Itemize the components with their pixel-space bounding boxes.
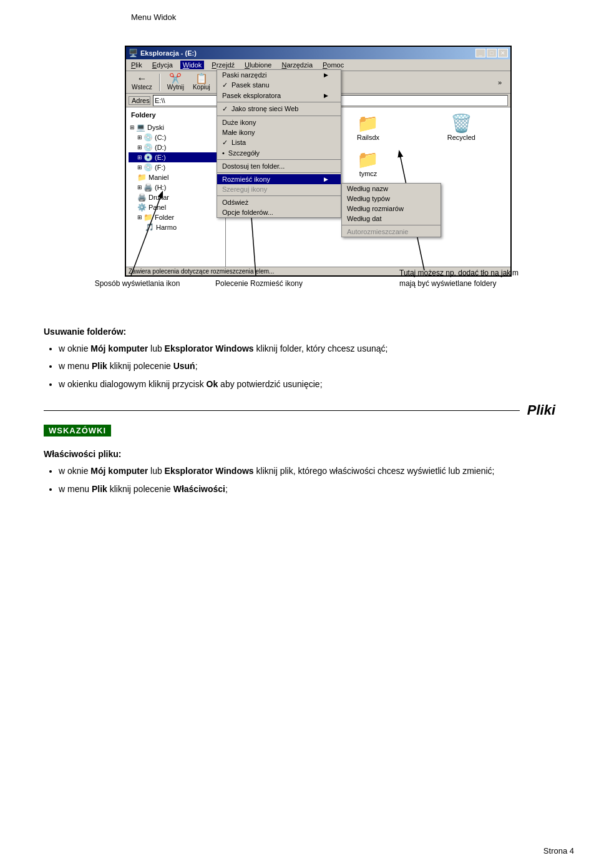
submenu-typy[interactable]: Według typów [342,194,441,204]
menu-narzedzia[interactable]: Narzędzia [279,61,315,69]
caption-polecenie: Polecenie Rozmieść ikony [212,279,306,289]
caption-sposob: Sposób wyświetlania ikon [94,279,181,289]
minimize-button[interactable]: _ [475,49,485,57]
submenu-autorozmieszczanie: Autorozmieszczanie [342,227,441,237]
menu-ulubione[interactable]: Ulubione [242,61,274,69]
bottom-content: Usuwanie folderów: w oknie Mój komputer … [25,327,574,496]
folders-bullet-3: w okienku dialogowym kliknij przycisk Ok… [59,377,555,391]
tree-item[interactable]: 🎵Harmo [129,222,223,232]
submenu-rozmiary[interactable]: Według rozmiarów [342,204,441,214]
toolbar-sep-1 [159,74,160,91]
files-list: w oknie Mój komputer lub Eksplorator Win… [44,464,555,496]
menu-widok[interactable]: Widok [180,61,205,69]
widok-dropdown: Paski narzędzi▶ ✓Pasek stanu Pasek ekspl… [217,69,341,218]
tree-item[interactable]: ⊞📁Folder [129,212,223,222]
caption-tutaj: Tutaj możesz np. dodać tło na jakim mają… [399,268,524,289]
menu-przejdz[interactable]: Przejdź [209,61,237,69]
menu-opcje-folderow[interactable]: Opcje folderów... [217,207,341,217]
menu-szereguj-ikony[interactable]: Szereguj ikony [217,184,341,194]
tree-item[interactable]: ⊞💿(D:) [129,142,223,152]
folders-list: w oknie Mój komputer lub Eksplorator Win… [44,342,555,391]
menu-plik[interactable]: Plik [129,61,145,69]
tree-item[interactable]: ⊞💻Dyski [129,122,223,132]
tree-item[interactable]: ⊞💿(C:) [129,132,223,142]
files-bullet-2: w menu Plik kliknij polecenie Właściwośc… [59,482,555,496]
page-number: Strona 4 [543,846,574,856]
menu-male-ikony[interactable]: Małe ikony [217,127,341,137]
window-titlebar: 🖥️ Eksploracja - (E:) _ □ ✕ [126,47,510,59]
tree-item[interactable]: ⊞🖨️(H:) [129,182,223,192]
menu-pomoc[interactable]: Pomoc [320,61,346,69]
menu-szczegoly[interactable]: •Szczegóły [217,148,341,158]
folders-bullet-1: w oknie Mój komputer lub Eksplorator Win… [59,342,555,355]
pliki-divider-row: Pliki [44,402,555,418]
tree-item[interactable]: ⊞💿(F:) [129,162,223,172]
file-item-recycled[interactable]: 🗑️Recycled [417,112,505,144]
folders-section: Usuwanie folderów: w oknie Mój komputer … [44,327,555,391]
folder-tree-title: Foldery [129,110,223,120]
cut-button[interactable]: ✂️ Wytnij [164,72,187,92]
menu-duze-ikony[interactable]: Duże ikony [217,117,341,127]
menu-dostosuj[interactable]: Dostosuj ten folder... [217,161,341,171]
divider-line [44,410,520,411]
menu-jako-strone[interactable]: ✓Jako stronę sieci Web [217,104,341,114]
maximize-button[interactable]: □ [487,49,497,57]
close-button[interactable]: ✕ [498,49,508,57]
menu-paski-narzedzi[interactable]: Paski narzędzi▶ [217,70,341,80]
menu-pasek-eksploratora[interactable]: Pasek eksploratora▶ [217,91,341,101]
rozmiec-submenu: Według nazw Według typów Według rozmiaró… [341,183,441,237]
files-heading: Właściwości pliku: [44,449,555,459]
copy-button[interactable]: 📋 Kopiuj [190,72,213,92]
tree-item[interactable]: ⚙️Panel [129,202,223,212]
folder-tree: Foldery ⊞💻Dyski ⊞💿(C:) ⊞💿(D:) ⊞💿(E:) ⊞💿(… [126,107,226,274]
pliki-label: Pliki [527,402,555,418]
tree-item[interactable]: 📁Maniel [129,172,223,182]
files-section: Właściwości pliku: w oknie Mój komputer … [44,449,555,496]
tree-item[interactable]: 🖨️Drukar [129,192,223,202]
menu-rozmiec-ikony[interactable]: Rozmieść ikony▶ [217,174,341,184]
address-label: Adres [129,96,150,105]
menu-lista[interactable]: ✓Lista [217,137,341,148]
menu-edycja[interactable]: Edycja [150,61,175,69]
menu-odswiez[interactable]: Odśwież [217,197,341,207]
wskazowki-badge-container: WSKAZÓWKI [44,425,555,443]
files-bullet-1: w oknie Mój komputer lub Eksplorator Win… [59,464,555,478]
submenu-nazwy[interactable]: Według nazw [342,184,441,194]
menu-pasek-stanu[interactable]: ✓Pasek stanu [217,80,341,91]
menu-widok-label: Menu Widok [131,12,574,22]
folders-heading: Usuwanie folderów: [44,327,555,337]
window-controls[interactable]: _ □ ✕ [475,49,508,57]
wskazowki-badge: WSKAZÓWKI [44,425,111,436]
window-title: Eksploracja - (E:) [140,49,197,57]
submenu-daty[interactable]: Według dat [342,214,441,224]
explorer-window: 🖥️ Eksploracja - (E:) _ □ ✕ Plik Edycja … [125,46,512,277]
folders-bullet-2: w menu Plik kliknij polecenie Usuń; [59,359,555,373]
tree-item-selected[interactable]: ⊞💿(E:) [129,152,223,162]
toolbar-more-button[interactable]: » [498,79,508,86]
back-button[interactable]: ← Wstecz [129,72,155,92]
